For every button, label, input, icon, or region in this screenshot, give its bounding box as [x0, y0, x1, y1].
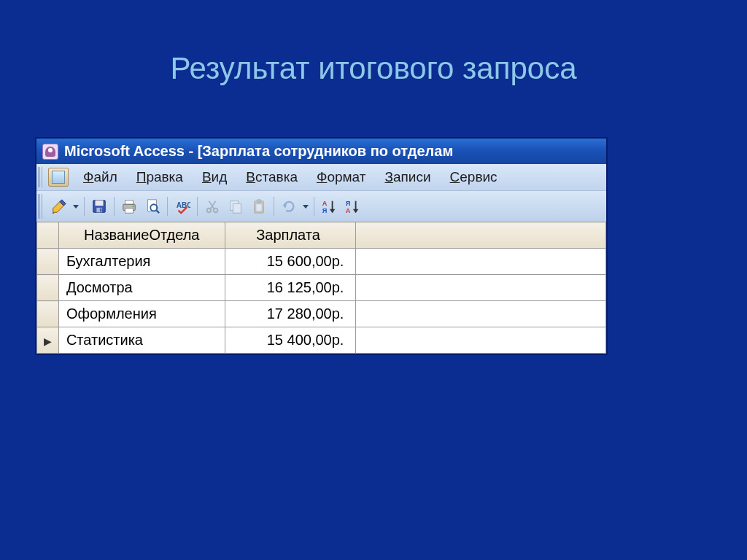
view-dropdown[interactable]	[71, 195, 80, 217]
preview-button[interactable]	[142, 195, 163, 217]
table-row[interactable]: Досмотра 16 125,00р.	[37, 275, 606, 301]
print-icon	[121, 198, 137, 214]
cell-salary[interactable]: 16 125,00р.	[225, 275, 356, 301]
row-selector[interactable]	[37, 301, 59, 327]
access-key-icon	[42, 144, 58, 160]
col-header-salary[interactable]: Зарплата	[225, 222, 356, 249]
datasheet: НазваниеОтдела Зарплата Бухгалтерия 15 6…	[36, 222, 606, 354]
copy-button[interactable]	[225, 195, 247, 217]
grid-filler	[356, 275, 606, 301]
window-icon[interactable]	[48, 168, 69, 187]
svg-text:ABC: ABC	[177, 201, 190, 209]
menu-insert[interactable]: Вставка	[237, 167, 306, 187]
svg-rect-5	[100, 209, 101, 212]
menu-file[interactable]: Файл	[74, 167, 126, 187]
svg-text:Я: Я	[322, 207, 328, 214]
access-window: Microsoft Access - [Зарплата сотрудников…	[35, 137, 608, 355]
table-row[interactable]: Оформления 17 280,00р.	[37, 301, 606, 327]
grid-filler	[356, 301, 606, 327]
toolbar: ABC АЯ ЯА	[36, 190, 606, 222]
svg-text:Я: Я	[346, 200, 351, 207]
result-grid[interactable]: НазваниеОтдела Зарплата Бухгалтерия 15 6…	[36, 222, 606, 354]
svg-rect-21	[257, 200, 261, 203]
separator	[84, 197, 85, 216]
separator	[197, 197, 198, 216]
menu-service[interactable]: Сервис	[441, 167, 506, 187]
undo-icon	[281, 198, 297, 214]
cut-icon	[204, 198, 220, 214]
svg-rect-3	[96, 201, 104, 206]
print-button[interactable]	[118, 195, 140, 217]
grid-filler	[356, 327, 606, 354]
separator	[314, 197, 314, 216]
titlebar: Microsoft Access - [Зарплата сотрудников…	[36, 139, 606, 164]
sort-asc-icon: АЯ	[321, 198, 337, 214]
table-row[interactable]: Бухгалтерия 15 600,00р.	[37, 249, 606, 275]
svg-rect-19	[233, 203, 241, 213]
row-selector[interactable]	[37, 275, 59, 301]
window-title: Microsoft Access - [Зарплата сотрудников…	[64, 143, 453, 160]
undo-dropdown[interactable]	[301, 195, 310, 217]
svg-text:А: А	[322, 200, 328, 207]
menu-format[interactable]: Формат	[308, 167, 375, 187]
menubar-grip-icon[interactable]	[38, 167, 44, 187]
cut-button[interactable]	[201, 195, 223, 217]
save-button[interactable]	[88, 195, 110, 217]
undo-button[interactable]	[278, 195, 300, 217]
sort-desc-button[interactable]: ЯА	[341, 195, 363, 217]
grid-filler	[356, 222, 606, 249]
svg-point-9	[133, 206, 134, 207]
save-icon	[91, 198, 107, 214]
cell-salary[interactable]: 17 280,00р.	[225, 301, 356, 327]
copy-icon	[228, 198, 244, 214]
svg-rect-6	[125, 201, 133, 205]
header-row: НазваниеОтдела Зарплата	[37, 222, 606, 249]
paste-button[interactable]	[248, 195, 270, 217]
menu-edit[interactable]: Правка	[128, 167, 192, 187]
separator	[274, 197, 274, 216]
cell-department[interactable]: Досмотра	[58, 275, 225, 301]
spellcheck-icon: ABC	[174, 198, 190, 214]
svg-marker-31	[353, 209, 358, 214]
cell-department[interactable]: Оформления	[58, 301, 225, 327]
design-view-icon	[51, 198, 67, 214]
sort-asc-button[interactable]: АЯ	[318, 195, 340, 217]
svg-rect-8	[125, 209, 133, 213]
spellcheck-button[interactable]: ABC	[171, 195, 193, 217]
cell-department[interactable]: Бухгалтерия	[58, 249, 225, 275]
paste-icon	[251, 198, 267, 214]
row-selector-current[interactable]	[37, 327, 59, 354]
view-button[interactable]	[48, 195, 70, 217]
menubar: Файл Правка Вид Вставка Формат Записи Се…	[36, 164, 606, 190]
slide-title: Результат итогового запроса	[0, 0, 747, 108]
cell-department[interactable]: Статистика	[58, 327, 225, 354]
svg-marker-27	[330, 209, 335, 214]
svg-text:А: А	[346, 207, 351, 214]
cell-salary[interactable]: 15 400,00р.	[225, 327, 356, 354]
sort-desc-icon: ЯА	[344, 198, 360, 214]
svg-rect-22	[256, 204, 261, 211]
select-all-cell[interactable]	[37, 222, 59, 249]
grid-filler	[356, 249, 606, 275]
svg-line-12	[157, 211, 160, 214]
menu-records[interactable]: Записи	[376, 167, 439, 187]
cell-salary[interactable]: 15 600,00р.	[225, 249, 356, 275]
menu-view[interactable]: Вид	[193, 167, 236, 187]
toolbar-grip-icon[interactable]	[38, 194, 44, 219]
col-header-department[interactable]: НазваниеОтдела	[58, 222, 225, 249]
separator	[167, 197, 168, 216]
table-row[interactable]: Статистика 15 400,00р.	[37, 327, 606, 354]
separator	[114, 197, 115, 216]
preview-icon	[144, 198, 160, 214]
row-selector[interactable]	[37, 249, 59, 275]
